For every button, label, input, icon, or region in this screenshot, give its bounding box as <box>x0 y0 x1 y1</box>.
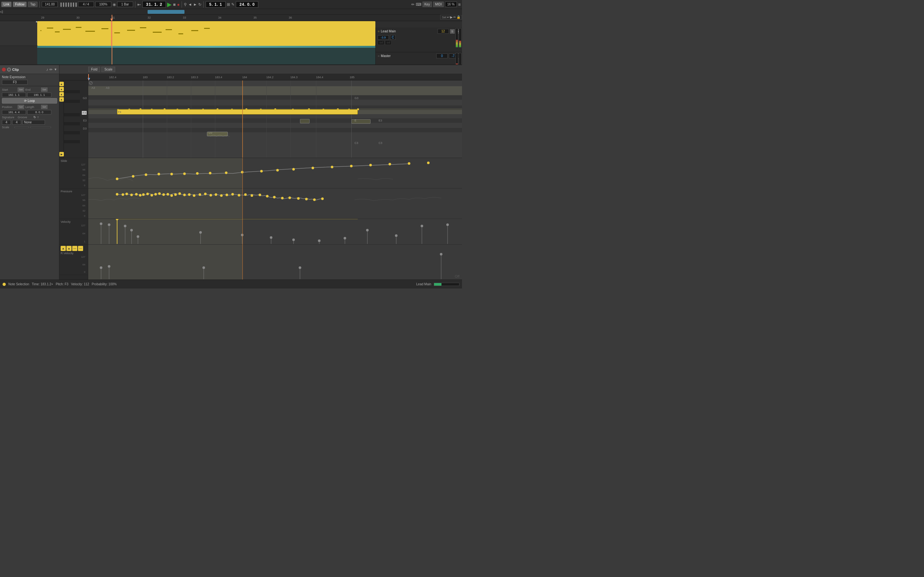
rvel-btn-1[interactable]: ▲ <box>61 246 66 251</box>
pr-fold-row: Fold Scale <box>59 65 462 74</box>
set-pencil-icon[interactable]: ✏ <box>453 15 456 19</box>
velocity-lane[interactable] <box>88 219 462 245</box>
start-value[interactable]: 182. 1. 1 <box>2 93 26 97</box>
piano-black-key-5[interactable] <box>64 131 80 134</box>
expr-arrow-3[interactable]: ▲ <box>59 92 64 97</box>
punch-out-icon[interactable]: ► <box>193 2 197 7</box>
set-lock-icon[interactable]: 🔒 <box>457 15 460 19</box>
len-set-btn[interactable]: Set <box>41 105 47 109</box>
slide-lane-icon[interactable] <box>89 81 93 85</box>
piano-black-key-6[interactable] <box>64 140 80 143</box>
expr-arrow-1[interactable]: ▲ <box>59 82 64 86</box>
master-clip[interactable] <box>37 46 375 64</box>
scroll-thumb[interactable] <box>148 10 184 14</box>
ghost-note-e3[interactable] <box>351 119 371 124</box>
zoom-pct-display[interactable]: 16 % <box>445 2 457 7</box>
set-play-icon[interactable]: ▶ <box>450 15 453 19</box>
svg-point-76 <box>446 223 449 226</box>
tap-button[interactable]: Tap <box>28 2 37 7</box>
bpm-display[interactable]: 141.00 <box>42 2 58 7</box>
pos-value[interactable]: 181. 4. 4 <box>2 110 26 114</box>
expr-arrow-2[interactable]: ▲ <box>59 87 64 91</box>
draw-icon[interactable]: ✎ <box>231 2 234 7</box>
pos-row: Position Set Length Set <box>2 105 57 109</box>
rvelocity-lane[interactable] <box>88 245 462 279</box>
sig-num[interactable]: 4 <box>2 120 11 125</box>
groove-val[interactable]: None <box>23 120 45 125</box>
arrangement-scroll-left[interactable]: ◁ <box>0 10 5 14</box>
metro-display[interactable]: 1 Bar <box>117 2 133 7</box>
midi-button[interactable]: MIDI <box>433 2 444 7</box>
len-value[interactable]: 8. 0. 0 <box>27 110 51 114</box>
key-button[interactable]: Key <box>423 2 432 7</box>
position-display[interactable]: 5. 1. 1 <box>206 1 226 8</box>
piano-black-key-4[interactable] <box>64 122 80 125</box>
lead-main-power-icon[interactable]: ○ <box>378 29 380 33</box>
pencil-icon[interactable]: ✏ <box>411 2 415 7</box>
start-set-btn[interactable]: Set <box>18 87 24 92</box>
pos-set-btn[interactable]: Set <box>18 105 24 109</box>
end-set-btn[interactable]: Set <box>41 87 47 92</box>
pencil-clip-icon[interactable]: ✏ <box>49 67 53 72</box>
ghost-note-d3[interactable] <box>207 132 228 136</box>
master-vol1[interactable]: 0 <box>436 53 447 58</box>
rvel-controls: ▲ ▲ — — <box>61 246 87 251</box>
menu-icon[interactable]: ≡ <box>458 2 461 7</box>
groove-arrow-icon[interactable]: ↻ <box>33 115 36 119</box>
master-power-icon[interactable]: ○ <box>378 54 380 58</box>
pr-scale-button[interactable]: Scale <box>102 67 115 72</box>
goto-start-icon[interactable]: ⇤ <box>137 2 141 7</box>
lead-main-clip[interactable] <box>37 21 375 46</box>
piano-black-key-3[interactable] <box>64 113 80 116</box>
rvel-btn-2[interactable]: ▲ <box>66 246 71 251</box>
time-sig-display[interactable]: 4 / 4 <box>78 2 94 7</box>
slide-lane[interactable] <box>88 158 462 189</box>
level-fill-l <box>456 40 458 47</box>
clip-record-icon[interactable] <box>2 68 6 71</box>
lead-main-volume[interactable]: 12 <box>438 29 449 34</box>
follow-button[interactable]: Follow <box>13 2 27 7</box>
lead-main-header: ○ Lead Main 12 S ● -3.9 C -inf -inf <box>375 27 462 52</box>
arrangement-view: ◁ 29 30 31 32 33 34 35 36 Set ↩ ▶ ✏ 🔒 <box>0 9 462 65</box>
main-note-f3[interactable]: F3 <box>117 109 358 114</box>
piano-black-key-2[interactable] <box>64 100 80 103</box>
record-button[interactable]: ● <box>177 2 180 7</box>
loop2-icon[interactable]: ↻ <box>198 2 202 7</box>
loop-icon[interactable]: ⚲ <box>184 2 187 7</box>
end-value[interactable]: 190. 1. 1 <box>27 93 51 97</box>
chevron-down-icon[interactable]: ▼ <box>54 68 57 71</box>
lead-pan[interactable]: C <box>390 35 396 40</box>
clip-left-edge[interactable] <box>36 21 37 23</box>
groove-push-icon[interactable]: ↑ <box>37 115 39 119</box>
play-button[interactable]: ▶ <box>167 1 172 8</box>
loop-button[interactable]: ⟳ Loop <box>2 98 57 103</box>
link-button[interactable]: Link <box>1 2 11 7</box>
solo-btn[interactable]: S <box>450 29 455 34</box>
punch-in-icon[interactable]: ◄ <box>188 2 192 7</box>
lead-db1[interactable]: -3.9 <box>378 35 389 40</box>
clip-loop-icon[interactable] <box>7 68 11 71</box>
scale-root[interactable] <box>15 127 29 128</box>
note-grid[interactable]: A3 A3 G3 E E3 D3 C3 C3 F3 <box>88 81 462 158</box>
pressure-lane[interactable] <box>88 189 462 219</box>
set-rewind-icon[interactable]: ↩ <box>447 15 449 19</box>
end-display[interactable]: 24. 0. 0 <box>236 1 258 8</box>
rvel-btn-4[interactable]: — <box>78 246 83 251</box>
stop-button[interactable]: ■ <box>173 2 176 7</box>
vline-183-4 <box>215 81 215 158</box>
fold-button[interactable]: Fold <box>88 67 100 72</box>
expr-arrow-4[interactable]: ▲ <box>59 97 64 102</box>
zoom-display[interactable]: 100% <box>95 2 111 7</box>
arrangement-scrollbar[interactable]: ◁ <box>0 9 462 15</box>
transport-position[interactable]: 31. 1. 2 <box>142 1 166 8</box>
expr-canvas-area[interactable]: Off <box>88 158 462 279</box>
piano-black-key-1[interactable] <box>64 90 80 93</box>
rvel-btn-3[interactable]: — <box>72 246 78 251</box>
expr-play-btn[interactable]: ▶ <box>59 152 64 156</box>
note-icon[interactable]: ♪ <box>46 67 48 72</box>
note-expression-pitch[interactable]: F3 <box>2 80 27 85</box>
ghost-note-e3-2[interactable] <box>300 119 310 123</box>
ruler-mark-36: 36 <box>289 16 292 19</box>
scale-type[interactable] <box>30 127 51 128</box>
sig-den[interactable]: 4 <box>12 120 21 125</box>
